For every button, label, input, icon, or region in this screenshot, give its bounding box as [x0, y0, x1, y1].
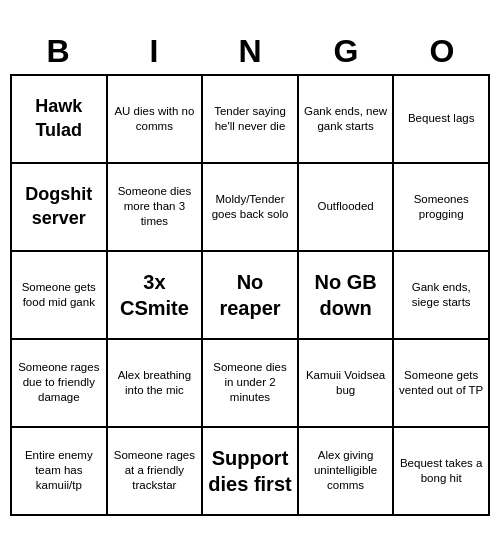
bingo-cell-18[interactable]: Kamuii Voidsea bug — [299, 340, 395, 428]
bingo-cell-0[interactable]: Hawk Tulad — [12, 76, 108, 164]
title-letter-N: N — [206, 33, 294, 70]
bingo-cell-3[interactable]: Gank ends, new gank starts — [299, 76, 395, 164]
title-letter-O: O — [398, 33, 486, 70]
bingo-grid: Hawk TuladAU dies with no commsTender sa… — [10, 74, 490, 516]
bingo-cell-2[interactable]: Tender saying he'll never die — [203, 76, 299, 164]
title-letter-G: G — [302, 33, 390, 70]
bingo-cell-17[interactable]: Someone dies in under 2 minutes — [203, 340, 299, 428]
bingo-cell-1[interactable]: AU dies with no comms — [108, 76, 204, 164]
bingo-cell-24[interactable]: Bequest takes a bong hit — [394, 428, 490, 516]
bingo-cell-8[interactable]: Outflooded — [299, 164, 395, 252]
bingo-cell-7[interactable]: Moldy/Tender goes back solo — [203, 164, 299, 252]
bingo-cell-11[interactable]: 3x CSmite — [108, 252, 204, 340]
bingo-cell-6[interactable]: Someone dies more than 3 times — [108, 164, 204, 252]
bingo-cell-20[interactable]: Entire enemy team has kamuii/tp — [12, 428, 108, 516]
bingo-cell-19[interactable]: Someone gets vented out of TP — [394, 340, 490, 428]
bingo-cell-13[interactable]: No GB down — [299, 252, 395, 340]
title-letter-B: B — [14, 33, 102, 70]
title-letter-I: I — [110, 33, 198, 70]
bingo-cell-14[interactable]: Gank ends, siege starts — [394, 252, 490, 340]
bingo-cell-12[interactable]: No reaper — [203, 252, 299, 340]
bingo-card: BINGO Hawk TuladAU dies with no commsTen… — [10, 29, 490, 516]
bingo-cell-16[interactable]: Alex breathing into the mic — [108, 340, 204, 428]
bingo-title: BINGO — [10, 29, 490, 74]
bingo-cell-4[interactable]: Bequest lags — [394, 76, 490, 164]
bingo-cell-15[interactable]: Someone rages due to friendly damage — [12, 340, 108, 428]
bingo-cell-10[interactable]: Someone gets food mid gank — [12, 252, 108, 340]
bingo-cell-21[interactable]: Someone rages at a friendly trackstar — [108, 428, 204, 516]
bingo-cell-22[interactable]: Support dies first — [203, 428, 299, 516]
bingo-cell-5[interactable]: Dogshit server — [12, 164, 108, 252]
bingo-cell-9[interactable]: Someones progging — [394, 164, 490, 252]
bingo-cell-23[interactable]: Alex giving unintelligible comms — [299, 428, 395, 516]
